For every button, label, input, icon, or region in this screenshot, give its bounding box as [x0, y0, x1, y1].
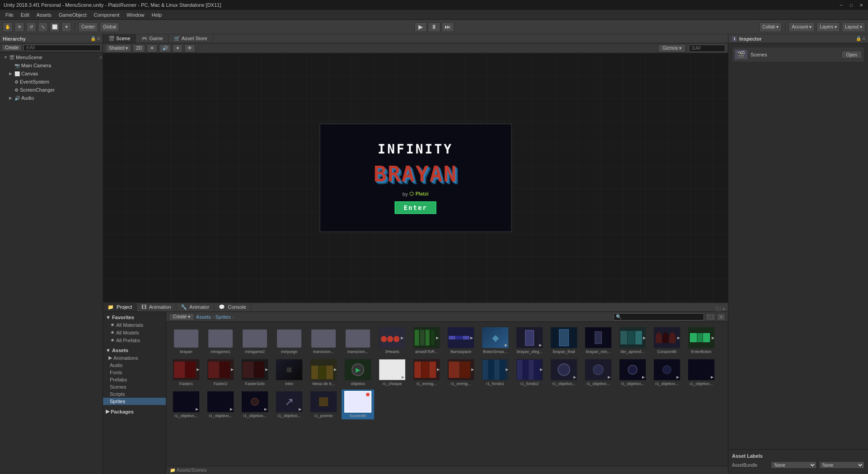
folder-transicion1[interactable]: transicion... — [307, 325, 340, 356]
sprite-r1-objetivo8[interactable]: ▶ r1_objetivo... — [239, 390, 271, 420]
hierarchy-create-button[interactable]: Create — [2, 44, 22, 51]
account-button[interactable]: Account ▾ — [788, 22, 815, 32]
sprite-r1-objetivo9[interactable]: ↗ ▶ r1_objetivo... — [273, 390, 305, 420]
sprite-intro[interactable]: ■ Intro — [273, 358, 305, 388]
menu-file[interactable]: File — [2, 11, 17, 19]
sprite-brayan-min[interactable]: brayan_min... — [582, 325, 615, 356]
hierarchy-search-input[interactable] — [23, 45, 101, 51]
tab-animation[interactable]: 🎞 Animation — [137, 302, 176, 311]
window-controls[interactable]: ─ □ ✕ — [838, 2, 864, 8]
tab-asset-store[interactable]: 🛒 Asset Store — [169, 34, 213, 43]
assets-item-fonts[interactable]: Fonts — [103, 369, 166, 376]
breadcrumb-assets[interactable]: Assets — [196, 314, 211, 320]
hand-tool-button[interactable]: ✋ — [3, 22, 13, 32]
layout-button[interactable]: Layout ▾ — [842, 22, 865, 32]
rect-tool-button[interactable]: ⬜ — [50, 22, 60, 32]
sprite-btn-aprend[interactable]: ▶ btn_aprend... — [616, 325, 649, 356]
layers-button[interactable]: Layers ▾ — [816, 22, 840, 32]
assets-section-header[interactable]: ▼ Assets — [103, 347, 166, 354]
close-button[interactable]: ✕ — [858, 2, 864, 8]
audio-toggle-button[interactable]: 🔊 — [159, 44, 171, 52]
hierarchy-item-maincamera[interactable]: 📷 Main Camera — [0, 61, 103, 70]
play-button[interactable]: ▶ — [414, 22, 427, 32]
sprite-r1-fondo1[interactable]: ▶ r1_fondo1 — [479, 358, 511, 388]
menu-help[interactable]: Help — [148, 11, 165, 19]
asset-bundle-select[interactable]: None — [771, 461, 816, 469]
hierarchy-item-screenchanger[interactable]: ⚙ ScreenChanger — [0, 86, 103, 94]
lights-button[interactable]: ☀ — [147, 44, 157, 52]
folder-minigame2[interactable]: minigame2 — [239, 325, 271, 356]
fav-all-prefabs[interactable]: ★ All Prefabs — [103, 336, 166, 344]
sprite-mesa[interactable]: ▶ Mesa de tr... — [307, 358, 340, 388]
sprite-r1-objetivo1[interactable]: ▶ r1_objetivo... — [548, 358, 580, 388]
sprite-r1-objetivo5[interactable]: ▶ r1_objetivo... — [685, 358, 718, 388]
fav-all-materials[interactable]: ★ All Materials — [103, 321, 166, 329]
favorites-section-header[interactable]: ▼ Favorites — [103, 314, 166, 321]
assets-item-audio[interactable]: Audio — [103, 362, 166, 369]
asset-bundle-variant-select[interactable]: None — [819, 461, 865, 469]
assets-item-prefabs[interactable]: Prefabs — [103, 376, 166, 383]
multi-tool-button[interactable]: ✦ — [61, 22, 71, 32]
sprite-botonsmas[interactable]: ◆ ▶ BotonSmas... — [479, 325, 511, 356]
sprite-barraspace[interactable]: ▶ Barraspace — [445, 325, 477, 356]
sprite-enterboton[interactable]: ▶ EnterBoton — [685, 325, 718, 356]
breadcrumb-sprites[interactable]: Sprites — [215, 314, 230, 320]
tab-scene[interactable]: 🎬 Scene — [103, 34, 136, 43]
folder-brayan[interactable]: brayan — [170, 325, 202, 356]
collab-button[interactable]: Collab ▾ — [759, 22, 782, 32]
center-button[interactable]: Center — [78, 22, 98, 32]
sprite-r1-enmig2[interactable]: ▶ r1_enmig... — [445, 358, 477, 388]
assets-sort-button[interactable]: ⬛ — [706, 313, 715, 321]
hidden-objects-button[interactable]: 👁 — [184, 44, 195, 52]
inspector-lock-icon[interactable]: 🔒 — [856, 36, 861, 41]
packages-section-header[interactable]: ▶ Packages — [103, 408, 166, 415]
hierarchy-item-menuscene[interactable]: ▼ 🎬 MenuScene ✕ — [0, 53, 103, 61]
sprite-fastersolo[interactable]: ▶ FasterSolo — [239, 358, 271, 388]
sprite-objetivo[interactable]: ▶ objetivo — [342, 358, 374, 388]
hierarchy-item-audio[interactable]: ▶ 🔊 Audio — [0, 94, 103, 102]
scene-search-input[interactable] — [689, 45, 725, 52]
sprite-brayan-eleg[interactable]: ▶ brayan_eleg... — [513, 325, 546, 356]
game-enter-button[interactable]: Enter — [394, 201, 436, 214]
folder-minjuego[interactable]: minjuego — [273, 325, 305, 356]
sprite-r1-objetivo4[interactable]: ▶ r1_objetivo... — [651, 358, 683, 388]
folder-minigame1[interactable]: minigame1 — [204, 325, 237, 356]
global-button[interactable]: Global — [100, 22, 119, 32]
maximize-button[interactable]: □ — [848, 2, 854, 8]
tab-project[interactable]: 📁 Project — [103, 302, 137, 311]
sprite-r1-objetivo6[interactable]: ▶ r1_objetivo... — [170, 390, 202, 420]
menu-assets[interactable]: Assets — [33, 11, 55, 19]
effects-button[interactable]: ✦ — [173, 44, 183, 52]
assets-filter-button[interactable]: ☆ — [717, 313, 725, 321]
tab-console[interactable]: 💬 Console — [214, 302, 251, 311]
assets-search-input[interactable] — [614, 313, 704, 321]
sprite-r1-objetivo7[interactable]: ▶ r1_objetivo... — [204, 390, 237, 420]
assets-create-button[interactable]: Create ▾ — [169, 313, 194, 321]
sprite-corazonbi[interactable]: ▶ CorazonBI — [651, 325, 683, 356]
sprite-r1-objetivo2[interactable]: ▶ r1_objetivo... — [582, 358, 615, 388]
sprite-r1-premio[interactable]: r1_premio — [307, 390, 340, 420]
scenes-open-button[interactable]: Open — [841, 51, 862, 59]
fav-all-models[interactable]: ★ All Models — [103, 329, 166, 336]
sprite-brayan-final[interactable]: brayan_final — [548, 325, 580, 356]
menu-window[interactable]: Window — [123, 11, 148, 19]
tab-animator[interactable]: 🔧 Animator — [176, 302, 214, 311]
hierarchy-item-eventsystem[interactable]: ⚙ EventSystem — [0, 78, 103, 86]
sprite-r1-enmig1[interactable]: ▶ r1_enmig... — [410, 358, 443, 388]
sprite-r1-choque[interactable]: ▶ r1_choque — [376, 358, 408, 388]
minimize-button[interactable]: ─ — [838, 2, 845, 8]
bottom-panel-icon1[interactable]: ⬛ — [715, 307, 721, 311]
shading-dropdown[interactable]: Shaded ▾ — [106, 44, 131, 52]
sprite-faster1[interactable]: ▶ Faster1 — [170, 358, 202, 388]
menu-gameobject[interactable]: GameObject — [55, 11, 90, 19]
move-tool-button[interactable]: ✛ — [14, 22, 24, 32]
sprite-r1-fondo2[interactable]: ▶ r1_fondo2 — [513, 358, 546, 388]
menu-edit[interactable]: Edit — [17, 11, 33, 19]
assets-item-animations[interactable]: ▶ Animations — [103, 354, 166, 362]
assets-item-scripts[interactable]: Scripts — [103, 390, 166, 398]
2d-button[interactable]: 2D — [133, 44, 145, 52]
hierarchy-item-canvas[interactable]: ▶ ⬜ Canvas — [0, 70, 103, 78]
hierarchy-lock-icon[interactable]: 🔒 — [90, 36, 96, 41]
bottom-panel-icon2[interactable]: ≡ — [723, 307, 725, 311]
sprite-3hearts[interactable]: ▶ 3Hearts — [376, 325, 408, 356]
